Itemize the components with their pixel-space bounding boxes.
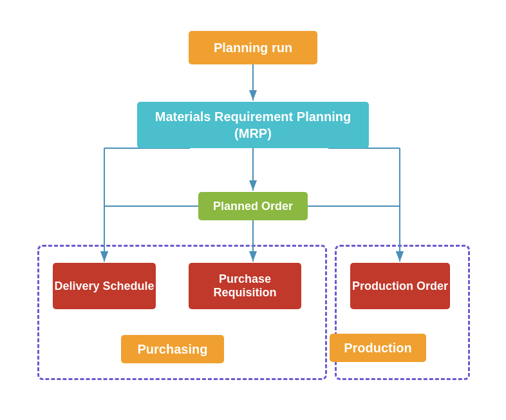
diagram-container: Planning run Materials Requirement Plann…: [0, 0, 506, 420]
planning-run-box: Planning run: [189, 31, 317, 64]
purchase-requisition-box: Purchase Requisition: [189, 263, 301, 309]
purchasing-label: Purchasing: [138, 342, 208, 357]
planning-run-label: Planning run: [214, 41, 292, 55]
production-order-box: Production Order: [350, 263, 450, 309]
purchasing-box: Purchasing: [121, 335, 224, 363]
mrp-label: Materials Requirement Planning (MRP): [137, 108, 369, 142]
delivery-schedule-box: Delivery Schedule: [53, 263, 156, 309]
planned-order-label: Planned Order: [213, 200, 293, 213]
production-order-label: Production Order: [352, 280, 448, 293]
purchase-requisition-label: Purchase Requisition: [189, 272, 301, 300]
planned-order-box: Planned Order: [198, 192, 308, 220]
production-box: Production: [330, 334, 426, 362]
delivery-schedule-label: Delivery Schedule: [54, 280, 154, 293]
mrp-box: Materials Requirement Planning (MRP): [137, 102, 369, 148]
production-label: Production: [344, 341, 412, 356]
